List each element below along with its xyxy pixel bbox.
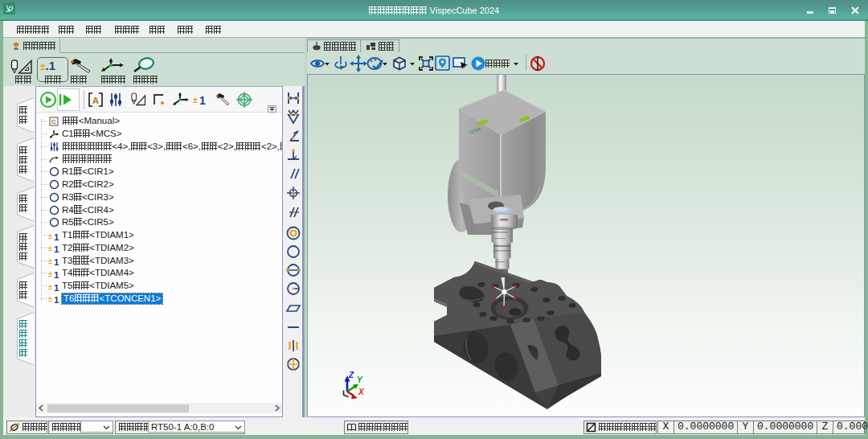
svg-text:Y: Y — [357, 375, 363, 384]
svg-text:1: 1 — [199, 94, 206, 107]
svg-text:1: 1 — [54, 244, 59, 254]
svg-text:A: A — [92, 96, 99, 105]
svg-text:±: ± — [48, 283, 52, 291]
svg-text:±: ± — [48, 270, 52, 278]
svg-text:X: X — [358, 388, 365, 396]
svg-text:±: ± — [48, 244, 52, 252]
svg-text:1: 1 — [54, 232, 59, 241]
svg-text:±: ± — [48, 232, 52, 240]
svg-text:1: 1 — [54, 269, 59, 279]
svg-text:1: 1 — [54, 295, 59, 305]
svg-text:1: 1 — [54, 282, 59, 292]
svg-text:Z: Z — [348, 371, 354, 380]
svg-text:±: ± — [193, 95, 198, 105]
svg-text:1: 1 — [54, 257, 59, 267]
svg-text:±: ± — [48, 295, 52, 303]
svg-text:±: ± — [48, 257, 52, 265]
svg-text:C: C — [51, 118, 56, 125]
